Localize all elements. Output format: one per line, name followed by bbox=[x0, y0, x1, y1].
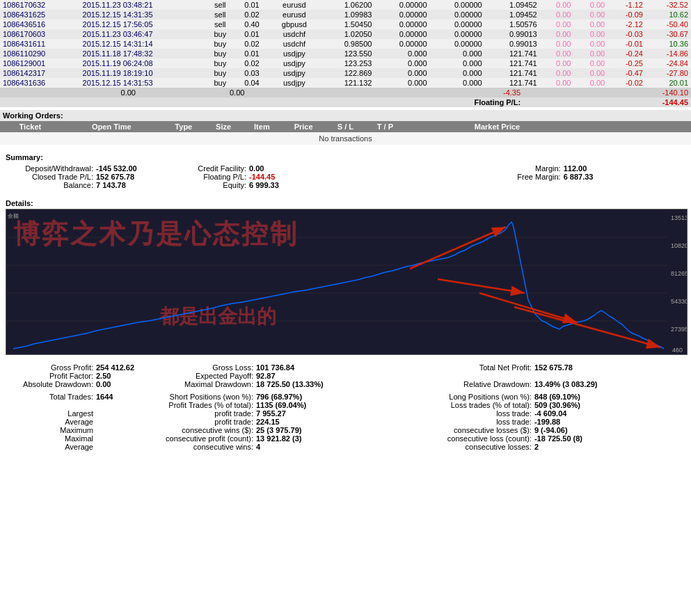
trade-pnl: -0.47 bbox=[607, 68, 646, 78]
col-item: Item bbox=[242, 121, 281, 132]
svg-line-13 bbox=[514, 307, 660, 347]
avg2-label: Average bbox=[6, 443, 96, 451]
trade-size: 0.04 bbox=[235, 78, 269, 88]
trade-time: 2015.12.15 14:31:14 bbox=[80, 39, 205, 49]
trade-col2: 0.00 bbox=[573, 19, 607, 29]
total-col1: 0.00 bbox=[30, 88, 138, 97]
profit-trade-label: profit trade: bbox=[166, 409, 256, 418]
avg-loss-value: -199.88 bbox=[534, 418, 685, 426]
total-pnl: -4.35 bbox=[247, 88, 523, 97]
equity-value: 6 999.33 bbox=[249, 181, 305, 189]
trade-sl: 0.000 bbox=[374, 68, 429, 78]
trade-pnl: -2.12 bbox=[607, 19, 646, 29]
cons-loss-value: -18 725.50 (8) bbox=[534, 434, 685, 443]
trade-market: 121.741 bbox=[485, 68, 540, 78]
largest-label: Largest bbox=[6, 409, 96, 418]
expected-payoff-label: Expected Payoff: bbox=[166, 372, 256, 380]
gross-loss-value: 101 736.84 bbox=[256, 363, 326, 372]
trade-row: 1086129001 2015.11.19 06:24:08 buy 0.02 … bbox=[0, 58, 691, 68]
trade-col2: 0.00 bbox=[573, 39, 607, 49]
trade-col1: 0.00 bbox=[540, 10, 574, 19]
svg-line-12 bbox=[479, 293, 577, 322]
summary-title: Summary: bbox=[6, 153, 685, 161]
average-label: Average bbox=[6, 418, 96, 426]
sum-floating-label: Floating P/L: bbox=[166, 173, 249, 181]
trade-col2: 0.00 bbox=[573, 58, 607, 68]
floating-pl-value: -144.45 bbox=[523, 97, 691, 107]
long-label: Long Positions (won %): bbox=[326, 393, 534, 401]
trade-ticket: 1086431611 bbox=[0, 39, 80, 49]
trade-type: buy bbox=[205, 78, 235, 88]
chart-arrows: 135135 108200 81265 54330 27395 460 bbox=[6, 210, 687, 354]
trade-col1: 0.00 bbox=[540, 29, 574, 39]
svg-text:135135: 135135 bbox=[671, 214, 687, 221]
cons-profit-value: 13 921.82 (3) bbox=[256, 434, 326, 443]
trade-tp: 0.00000 bbox=[430, 19, 485, 29]
trade-price: 1.06200 bbox=[319, 0, 374, 10]
trade-tp: 0.000 bbox=[430, 58, 485, 68]
abs-drawdown-label: Absolute Drawdown: bbox=[6, 380, 96, 388]
trade-col1: 0.00 bbox=[540, 49, 574, 58]
trade-pnl: -0.24 bbox=[607, 49, 646, 58]
trade-profit: -50.40 bbox=[646, 19, 691, 29]
loss-trade-label: loss trade: bbox=[326, 409, 534, 418]
col-opentime: Open Time bbox=[61, 121, 163, 132]
working-orders-section: Working Orders: Ticket Open Time Type Si… bbox=[0, 110, 691, 145]
col-ticket: Ticket bbox=[0, 121, 61, 132]
working-orders-table: Ticket Open Time Type Size Item Price S … bbox=[0, 121, 691, 145]
trade-col2: 0.00 bbox=[573, 49, 607, 58]
trade-price: 1.50450 bbox=[319, 19, 374, 29]
profit-trade-value: 7 955.27 bbox=[256, 409, 326, 418]
gross-profit-value: 254 412.62 bbox=[96, 363, 166, 372]
col-size: Size bbox=[205, 121, 243, 132]
trade-type: sell bbox=[205, 10, 235, 19]
trade-col2: 0.00 bbox=[573, 78, 607, 88]
trade-type: buy bbox=[205, 68, 235, 78]
trade-price: 0.98500 bbox=[319, 39, 374, 49]
trade-row: 1086170632 2015.11.23 03:48:21 sell 0.01… bbox=[0, 0, 691, 10]
trade-row: 1086170603 2015.11.23 03:46:47 buy 0.01 … bbox=[0, 29, 691, 39]
summary-section: Summary: Deposit/Withdrawal: -145 532.00… bbox=[0, 149, 691, 194]
trade-sl: 0.00000 bbox=[374, 39, 429, 49]
trade-sl: 0.00000 bbox=[374, 19, 429, 29]
avg-loss-label: loss trade: bbox=[326, 418, 534, 426]
trade-time: 2015.11.18 17:48:32 bbox=[80, 49, 205, 58]
trade-size: 0.40 bbox=[235, 19, 269, 29]
trade-ticket: 1086431636 bbox=[0, 78, 80, 88]
trade-pnl: -0.09 bbox=[607, 10, 646, 19]
total-net-label: Total Net Profit: bbox=[326, 363, 534, 372]
max-drawdown-label: Maximal Drawdown: bbox=[166, 380, 256, 388]
trade-type: sell bbox=[205, 0, 235, 10]
trade-size: 0.01 bbox=[235, 49, 269, 58]
profit-trades-label: Profit Trades (% of total): bbox=[166, 401, 256, 409]
trade-market: 121.741 bbox=[485, 49, 540, 58]
trade-col1: 0.00 bbox=[540, 68, 574, 78]
maximum-label: Maximum bbox=[6, 426, 96, 434]
trade-type: buy bbox=[205, 29, 235, 39]
trade-ticket: 1086170603 bbox=[0, 29, 80, 39]
profit-trades-value: 1135 (69.04%) bbox=[256, 401, 326, 409]
gross-profit-label: Gross Profit: bbox=[6, 363, 96, 372]
short-value: 796 (68.97%) bbox=[256, 393, 326, 401]
trade-price: 123.253 bbox=[319, 58, 374, 68]
trade-profit: 10.62 bbox=[646, 10, 691, 19]
svg-text:108200: 108200 bbox=[671, 242, 687, 249]
trade-tp: 0.00000 bbox=[430, 29, 485, 39]
watermark-text2: 都是出金出的 bbox=[159, 303, 276, 330]
cons-profit-label: consecutive profit (count): bbox=[166, 434, 256, 443]
cons-loss-label: consecutive loss (count): bbox=[326, 434, 534, 443]
working-orders-title: Working Orders: bbox=[0, 110, 691, 121]
max-drawdown-value: 18 725.50 (13.33%) bbox=[256, 380, 326, 388]
trade-col2: 0.00 bbox=[573, 68, 607, 78]
trade-time: 2015.11.19 06:24:08 bbox=[80, 58, 205, 68]
trade-sl: 0.000 bbox=[374, 58, 429, 68]
trade-item: eurusd bbox=[269, 0, 319, 10]
closed-trade-value: 152 675.78 bbox=[96, 173, 166, 181]
trade-market: 121.741 bbox=[485, 78, 540, 88]
trade-market: 121.741 bbox=[485, 58, 540, 68]
col-extra bbox=[589, 121, 691, 132]
trade-row: 1086110290 2015.11.18 17:48:32 buy 0.01 … bbox=[0, 49, 691, 58]
svg-text:54330: 54330 bbox=[671, 298, 687, 305]
profit-factor-value: 2.50 bbox=[96, 372, 166, 380]
stats-section: Gross Profit: 254 412.62 Gross Loss: 101… bbox=[0, 359, 691, 455]
